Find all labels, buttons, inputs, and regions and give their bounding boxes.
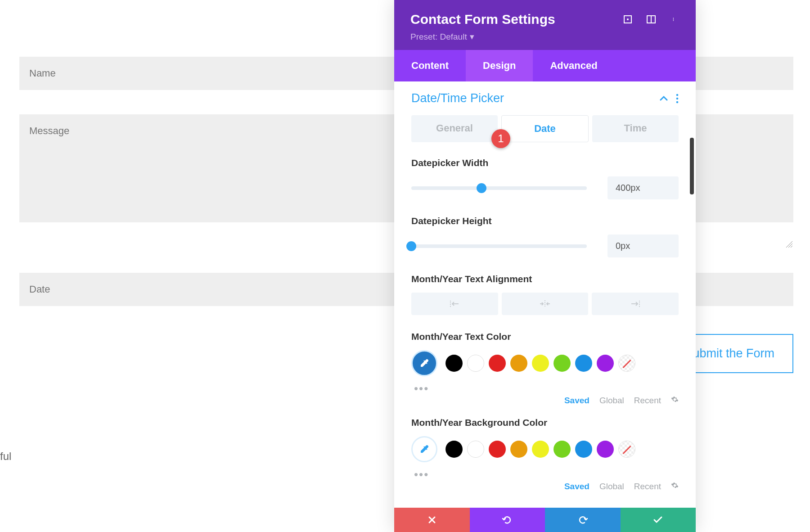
width-label: Datepicker Width <box>411 158 679 168</box>
color-saved-tab[interactable]: Saved <box>564 396 590 406</box>
svg-point-6 <box>673 20 674 21</box>
svg-point-7 <box>676 94 679 96</box>
swatch-none-2[interactable] <box>618 441 635 458</box>
tab-advanced[interactable]: Advanced <box>533 50 614 81</box>
swatch-blue-2[interactable] <box>575 441 592 458</box>
subtab-date[interactable]: Date <box>501 115 589 142</box>
cancel-button[interactable] <box>394 508 470 532</box>
align-left-button[interactable] <box>411 293 498 315</box>
bg-color-label: Month/Year Background Color <box>411 417 679 428</box>
swatch-black[interactable] <box>446 355 463 372</box>
width-slider-thumb[interactable] <box>477 183 486 193</box>
color-settings-icon-2[interactable] <box>671 482 679 491</box>
subtab-time[interactable]: Time <box>592 115 679 142</box>
swatch-white-2[interactable] <box>467 441 484 458</box>
control-text-color: Month/Year Text Color ••• Saved Global <box>411 331 679 406</box>
tab-content[interactable]: Content <box>394 50 466 81</box>
control-text-alignment: Month/Year Text Alignment <box>411 274 679 315</box>
color-settings-icon[interactable] <box>671 396 679 406</box>
swatch-black-2[interactable] <box>446 441 463 458</box>
width-slider[interactable] <box>411 186 587 190</box>
resize-handle-icon[interactable] <box>786 241 792 248</box>
swatch-green[interactable] <box>554 355 571 372</box>
color-recent-tab[interactable]: Recent <box>634 396 661 406</box>
height-label: Datepicker Height <box>411 216 679 226</box>
align-right-button[interactable] <box>592 293 679 315</box>
control-datepicker-width: Datepicker Width 400px <box>411 158 679 199</box>
swatch-green-2[interactable] <box>554 441 571 458</box>
section-more-icon[interactable] <box>676 94 679 104</box>
preset-dropdown[interactable]: Preset: Default ▾ <box>410 32 680 42</box>
panel-tabs: Content Design Advanced <box>394 50 696 81</box>
height-slider[interactable] <box>411 244 587 248</box>
bg-color-more-icon[interactable]: ••• <box>414 468 679 482</box>
swatch-none[interactable] <box>618 355 635 372</box>
color-recent-tab-2[interactable]: Recent <box>634 482 661 491</box>
caret-down-icon: ▾ <box>470 32 474 42</box>
settings-panel: Contact Form Settings Preset: Default ▾ … <box>394 0 696 532</box>
panel-footer <box>394 508 696 532</box>
align-label: Month/Year Text Alignment <box>411 274 679 284</box>
panel-body: Date/Time Picker General Date Time Datep… <box>394 81 696 508</box>
svg-point-1 <box>627 18 629 20</box>
section-title[interactable]: Date/Time Picker <box>411 91 504 105</box>
text-color-more-icon[interactable]: ••• <box>414 382 679 396</box>
annotation-badge-1: 1 <box>491 129 510 148</box>
height-value-input[interactable]: 0px <box>608 234 679 257</box>
eyedropper-bg-color[interactable] <box>411 436 437 462</box>
collapse-icon[interactable] <box>660 94 668 103</box>
swatch-purple-2[interactable] <box>597 441 614 458</box>
swatch-yellow[interactable] <box>532 355 549 372</box>
swatch-blue[interactable] <box>575 355 592 372</box>
subtabs: General Date Time <box>411 115 679 142</box>
color-saved-tab-2[interactable]: Saved <box>564 482 590 491</box>
preset-label: Preset: Default <box>410 32 467 42</box>
control-bg-color: Month/Year Background Color ••• Saved Gl… <box>411 417 679 491</box>
partial-offscreen-text: ful <box>0 450 11 463</box>
swatch-yellow-2[interactable] <box>532 441 549 458</box>
panel-title: Contact Form Settings <box>410 12 555 27</box>
control-datepicker-height: Datepicker Height 0px <box>411 216 679 257</box>
columns-icon[interactable] <box>646 14 656 24</box>
width-value-input[interactable]: 400px <box>608 176 679 199</box>
swatch-purple[interactable] <box>597 355 614 372</box>
swatch-orange[interactable] <box>510 355 527 372</box>
expand-icon[interactable] <box>623 14 633 24</box>
scrollbar-thumb[interactable] <box>690 138 694 194</box>
swatch-orange-2[interactable] <box>510 441 527 458</box>
color-global-tab[interactable]: Global <box>599 396 624 406</box>
align-center-button[interactable] <box>502 293 589 315</box>
height-slider-thumb[interactable] <box>406 241 416 251</box>
tab-design[interactable]: Design <box>466 50 533 81</box>
text-color-label: Month/Year Text Color <box>411 331 679 342</box>
subtab-general[interactable]: General <box>411 115 498 142</box>
color-global-tab-2[interactable]: Global <box>599 482 624 491</box>
more-icon[interactable] <box>670 14 680 24</box>
eyedropper-text-color[interactable] <box>411 350 437 376</box>
svg-point-5 <box>673 19 674 20</box>
text-color-swatches <box>411 350 679 376</box>
redo-button[interactable] <box>545 508 621 532</box>
swatch-red-2[interactable] <box>489 441 506 458</box>
svg-point-8 <box>676 97 679 99</box>
save-button[interactable] <box>621 508 696 532</box>
svg-point-9 <box>676 101 679 103</box>
undo-button[interactable] <box>470 508 545 532</box>
panel-header: Contact Form Settings Preset: Default ▾ <box>394 0 696 50</box>
bg-color-swatches <box>411 436 679 462</box>
swatch-red[interactable] <box>489 355 506 372</box>
swatch-white[interactable] <box>467 355 484 372</box>
svg-point-4 <box>673 18 674 19</box>
